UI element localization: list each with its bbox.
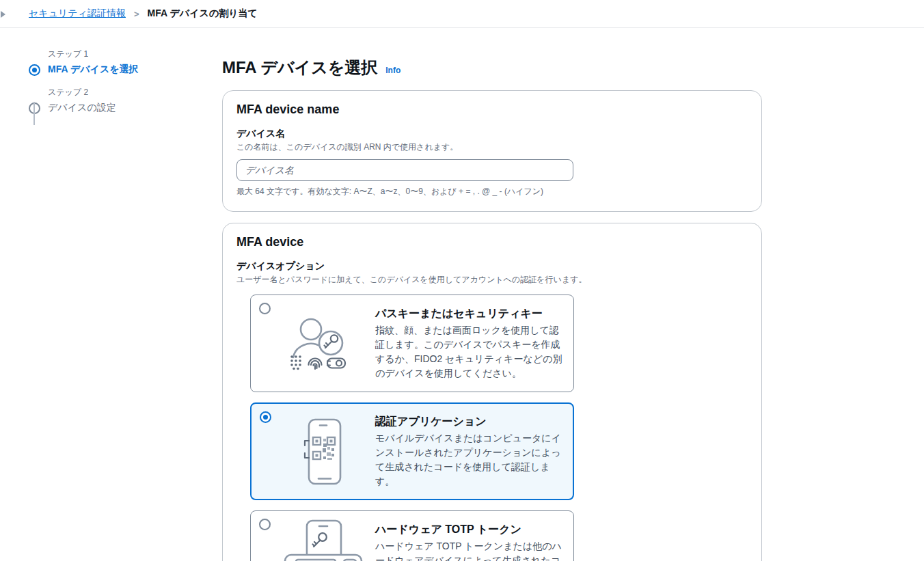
page-title: MFA デバイスを選択 — [222, 57, 377, 79]
step1-title: MFA デバイスを選択 — [48, 64, 139, 76]
option-tile-authenticator-app[interactable]: 認証アプリケーション モバイルデバイスまたはコンピュータにインストールされたアプ… — [250, 402, 574, 500]
authenticator-app-option-description: モバイルデバイスまたはコンピュータにインストールされたアプリケーションによって生… — [375, 431, 564, 489]
main-content: MFA デバイスを選択 Info MFA device name デバイス名 こ… — [222, 28, 762, 561]
device-card-title: MFA device — [236, 235, 748, 249]
step1-label: ステップ 1 — [48, 49, 222, 60]
device-name-input[interactable] — [236, 159, 573, 181]
wizard-step-2[interactable]: デバイスの設定 — [29, 102, 222, 114]
info-link[interactable]: Info — [385, 66, 400, 75]
breadcrumb-current-page: MFA デバイスの割り当て — [148, 8, 258, 20]
device-name-field-description: この名前は、このデバイスの識別 ARN 内で使用されます。 — [236, 141, 748, 153]
step-connector-line — [33, 102, 35, 125]
device-name-field-label: デバイス名 — [236, 128, 748, 140]
wizard-steps-nav: ステップ 1 MFA デバイスを選択 ステップ 2 デバイスの設定 — [0, 28, 222, 561]
device-options-label: デバイスオプション — [236, 260, 748, 273]
hardware-totp-radio[interactable] — [259, 519, 271, 530]
mfa-device-card: MFA device デバイスオプション ユーザー名とパスワードに加えて、このデ… — [222, 223, 762, 561]
side-nav-toggle-icon[interactable] — [1, 11, 5, 18]
hardware-totp-token-icon: 1234 — [271, 518, 375, 561]
mfa-device-name-card: MFA device name デバイス名 この名前は、このデバイスの識別 AR… — [222, 90, 762, 212]
step2-title: デバイスの設定 — [48, 102, 116, 114]
device-option-tiles: パスキーまたはセキュリティキー 指紋、顔、または画面ロックを使用して認証します。… — [250, 295, 574, 561]
option-tile-hardware-totp[interactable]: 1234 ハードウェア TOTP トークン ハードウェア TOTP トークンまた… — [250, 510, 574, 561]
authenticator-app-icon — [271, 410, 375, 493]
passkey-option-description: 指紋、顔、または画面ロックを使用して認証します。このデバイスでパスキーを作成する… — [375, 323, 564, 381]
wizard-step-1[interactable]: MFA デバイスを選択 — [29, 64, 222, 76]
device-options-description: ユーザー名とパスワードに加えて、このデバイスを使用してアカウントへの認証を行いま… — [236, 274, 748, 286]
passkey-security-key-icon — [271, 302, 375, 385]
step1-active-radio-icon — [29, 64, 40, 76]
option-tile-passkey[interactable]: パスキーまたはセキュリティキー 指紋、顔、または画面ロックを使用して認証します。… — [250, 295, 574, 392]
breadcrumb-link-security-credentials[interactable]: セキュリティ認証情報 — [29, 8, 126, 20]
device-name-card-title: MFA device name — [236, 102, 748, 117]
passkey-radio[interactable] — [259, 303, 271, 314]
device-name-constraint-text: 最大 64 文字です。有効な文字: A〜Z、a〜z、0〜9、および + = , … — [236, 186, 748, 197]
hardware-totp-option-title: ハードウェア TOTP トークン — [375, 523, 564, 537]
breadcrumb: セキュリティ認証情報 > MFA デバイスの割り当て — [0, 0, 924, 28]
breadcrumb-separator-icon: > — [134, 9, 139, 19]
authenticator-app-radio[interactable] — [260, 411, 271, 423]
hardware-totp-option-description: ハードウェア TOTP トークンまたは他のハードウェアデバイスによって生成された… — [375, 539, 564, 561]
authenticator-app-option-title: 認証アプリケーション — [375, 415, 564, 429]
passkey-option-title: パスキーまたはセキュリティキー — [375, 307, 564, 321]
step2-label: ステップ 2 — [48, 87, 222, 98]
